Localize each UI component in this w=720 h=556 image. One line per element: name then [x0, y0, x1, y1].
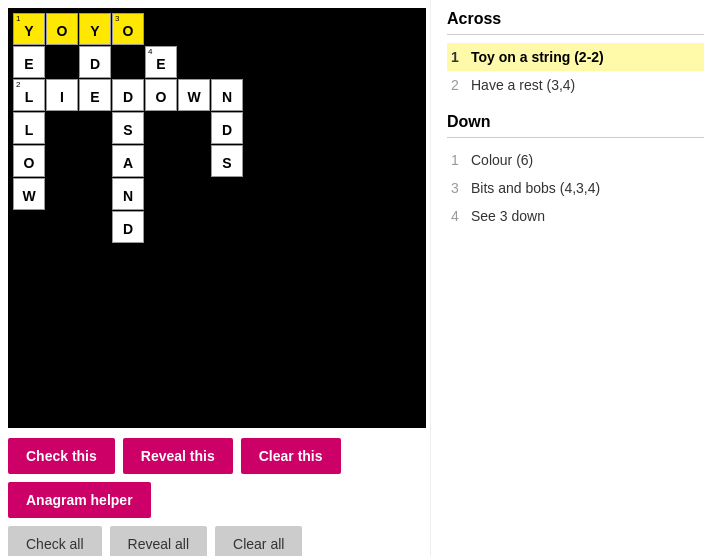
grid-cell[interactable]: D: [112, 79, 144, 111]
check-this-button[interactable]: Check this: [8, 438, 115, 474]
grid-cell[interactable]: L: [13, 112, 45, 144]
check-all-button[interactable]: Check all: [8, 526, 102, 556]
grid-cell[interactable]: S: [211, 145, 243, 177]
clues-panel: Across 1Toy on a string (2-2)2Have a res…: [430, 0, 720, 556]
grid-cell[interactable]: O: [145, 79, 177, 111]
clue-text: See 3 down: [471, 208, 700, 224]
grid-cell[interactable]: O: [46, 13, 78, 45]
grid-cell[interactable]: N: [112, 178, 144, 210]
down-clues-list: 1Colour (6)3Bits and bobs (4,3,4)4See 3 …: [447, 146, 704, 230]
reveal-this-button[interactable]: Reveal this: [123, 438, 233, 474]
grid-cell[interactable]: 3O: [112, 13, 144, 45]
action-buttons-row3: Check all Reveal all Clear all: [8, 526, 422, 556]
crossword-panel: 1YOY3OED4E2LIEDOWNLSDOASWND Check this R…: [0, 0, 430, 556]
grid-cell[interactable]: 4E: [145, 46, 177, 78]
across-clues-list: 1Toy on a string (2-2)2Have a rest (3,4): [447, 43, 704, 99]
down-divider: [447, 137, 704, 138]
grid-cell[interactable]: 2L: [13, 79, 45, 111]
crossword-grid[interactable]: 1YOY3OED4E2LIEDOWNLSDOASWND: [8, 8, 426, 428]
grid-cell[interactable]: O: [13, 145, 45, 177]
down-clue-item[interactable]: 3Bits and bobs (4,3,4): [447, 174, 704, 202]
grid-cell[interactable]: N: [211, 79, 243, 111]
down-section: Down 1Colour (6)3Bits and bobs (4,3,4)4S…: [447, 113, 704, 230]
grid-cell[interactable]: I: [46, 79, 78, 111]
action-buttons-row1: Check this Reveal this Clear this: [8, 438, 422, 474]
clue-number: 1: [451, 152, 471, 168]
grid-cell[interactable]: A: [112, 145, 144, 177]
clear-all-button[interactable]: Clear all: [215, 526, 302, 556]
grid-cell[interactable]: D: [112, 211, 144, 243]
down-clue-item[interactable]: 1Colour (6): [447, 146, 704, 174]
grid-cell[interactable]: E: [13, 46, 45, 78]
grid-cell[interactable]: D: [79, 46, 111, 78]
across-clue-item[interactable]: 1Toy on a string (2-2): [447, 43, 704, 71]
across-clue-item[interactable]: 2Have a rest (3,4): [447, 71, 704, 99]
clue-number: 1: [451, 49, 471, 65]
grid-cell[interactable]: Y: [79, 13, 111, 45]
clue-number: 4: [451, 208, 471, 224]
grid-cell[interactable]: W: [178, 79, 210, 111]
clue-number: 2: [451, 77, 471, 93]
grid-cell[interactable]: D: [211, 112, 243, 144]
grid-cell[interactable]: E: [79, 79, 111, 111]
grid-cell[interactable]: W: [13, 178, 45, 210]
clue-number: 3: [451, 180, 471, 196]
grid-cell[interactable]: S: [112, 112, 144, 144]
clue-text: Have a rest (3,4): [471, 77, 700, 93]
clear-this-button[interactable]: Clear this: [241, 438, 341, 474]
reveal-all-button[interactable]: Reveal all: [110, 526, 207, 556]
clue-text: Colour (6): [471, 152, 700, 168]
anagram-helper-button[interactable]: Anagram helper: [8, 482, 151, 518]
across-title: Across: [447, 10, 704, 28]
clue-text: Toy on a string (2-2): [471, 49, 700, 65]
clue-text: Bits and bobs (4,3,4): [471, 180, 700, 196]
down-clue-item[interactable]: 4See 3 down: [447, 202, 704, 230]
down-title: Down: [447, 113, 704, 131]
action-buttons-row2: Anagram helper: [8, 482, 422, 518]
across-divider: [447, 34, 704, 35]
grid-cell[interactable]: 1Y: [13, 13, 45, 45]
